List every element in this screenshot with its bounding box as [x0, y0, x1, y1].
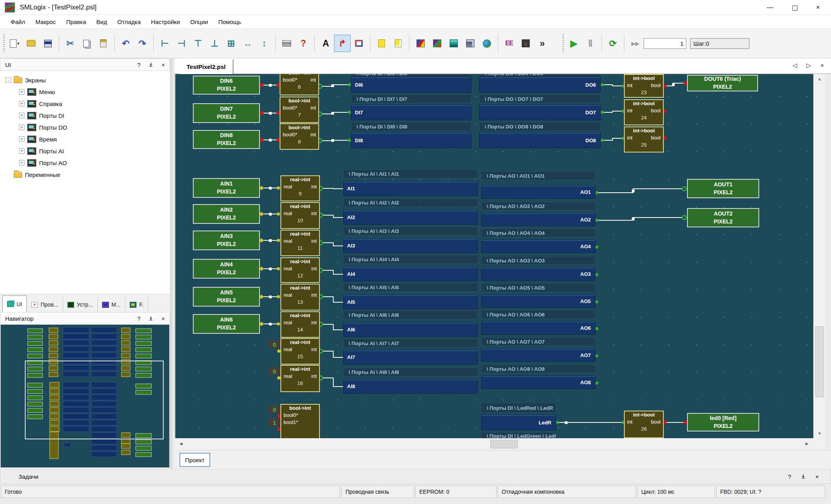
tree-item-ekrany[interactable]: -Экраны: [0, 74, 170, 86]
navigator-close-button[interactable]: ×: [161, 315, 165, 322]
conv-bool2[interactable]: bool->intbool0*bool1*: [280, 404, 320, 438]
tree-item-spravka[interactable]: +Справка: [0, 98, 170, 110]
cut-button[interactable]: ✂: [62, 35, 78, 52]
tree-item-vremya[interactable]: +Время: [0, 133, 170, 145]
tree-item-porty-do[interactable]: +Порты DO: [0, 121, 170, 133]
tree-expander-icon[interactable]: +: [19, 125, 24, 130]
tasks-close-button[interactable]: ×: [815, 473, 819, 480]
conv-15[interactable]: real->intrealint15: [280, 338, 320, 365]
conv-14[interactable]: real->intrealint14: [280, 311, 320, 338]
align-bottom-button[interactable]: ⊥: [206, 35, 223, 52]
help-button[interactable]: ?: [295, 35, 312, 52]
close-button[interactable]: ×: [816, 4, 820, 11]
block-led0[interactable]: led0 [Red]PIXEL2: [687, 413, 759, 431]
menu-debug[interactable]: Отладка: [112, 17, 146, 27]
port-row-ai7[interactable]: AI7: [343, 350, 478, 365]
maximize-button[interactable]: ▢: [792, 4, 798, 12]
block-aout2[interactable]: AOUT2PIXEL2: [687, 208, 759, 227]
fast-forward-button[interactable]: ▶▶: [627, 35, 644, 52]
undo-button[interactable]: ↶: [118, 35, 134, 52]
save-button[interactable]: [39, 35, 56, 52]
block-ain4[interactable]: AIN4PIXEL2: [193, 259, 260, 279]
add-page-button[interactable]: [373, 35, 390, 52]
eeprom-button[interactable]: EE: [501, 35, 517, 52]
conv-12[interactable]: real->intrealint12: [280, 257, 320, 283]
port-row-di7[interactable]: DI7: [351, 104, 471, 120]
load-firmware-button[interactable]: ↓: [517, 35, 534, 52]
menu-settings[interactable]: Настройки: [146, 17, 185, 27]
block-din7[interactable]: DIN7PIXEL2: [193, 103, 260, 123]
port-row-ao7[interactable]: AO7: [481, 348, 596, 362]
conv-16[interactable]: real->intrealint16: [280, 365, 320, 392]
tree-item-porty-ai[interactable]: +Порты AI: [0, 145, 170, 157]
menu-help[interactable]: Помощь: [213, 17, 246, 27]
tree-item-porty-di[interactable]: +Порты DI: [0, 110, 170, 121]
text-tool-button[interactable]: A: [317, 35, 334, 52]
port-row-do6[interactable]: DO6: [479, 77, 601, 93]
insert-page-button[interactable]: [390, 35, 406, 52]
minimize-button[interactable]: —: [767, 4, 773, 11]
port-row-ai4[interactable]: AI4: [343, 267, 478, 281]
conv-24[interactable]: int->boolintbool24: [624, 99, 664, 125]
align-top-button[interactable]: ⊤: [190, 35, 206, 52]
conv-6[interactable]: bool->intbool0*int6: [280, 74, 319, 95]
toolbar-grip[interactable]: [562, 34, 564, 52]
port-row-ai1[interactable]: AI1: [343, 181, 478, 196]
conv-26[interactable]: int->boolintbool26: [624, 411, 664, 438]
tree-expander-icon[interactable]: +: [19, 136, 24, 142]
block-ain6[interactable]: AIN6PIXEL2: [193, 314, 260, 334]
tree-item-porty-ao[interactable]: +Порты AO: [0, 157, 170, 169]
menu-edit[interactable]: Правка: [61, 17, 92, 27]
vertical-scroll-thumb[interactable]: [815, 326, 824, 397]
ui-panel-close-button[interactable]: ×: [161, 61, 165, 68]
menu-macro[interactable]: Макрос: [30, 17, 61, 27]
same-width-button[interactable]: ↔: [239, 35, 256, 52]
print-button[interactable]: [278, 35, 295, 52]
doc-scroll-right-button[interactable]: ▷: [807, 62, 811, 69]
device-button[interactable]: [445, 35, 462, 52]
new-button[interactable]: ▾: [6, 35, 23, 52]
same-size-button[interactable]: ⊞: [223, 35, 239, 52]
step-button[interactable]: ⟳: [605, 35, 621, 52]
conv-23[interactable]: int->boolintbool23: [624, 74, 664, 98]
image-button[interactable]: [462, 35, 478, 52]
horizontal-scroll-thumb[interactable]: [490, 440, 518, 448]
open-button[interactable]: [23, 35, 39, 52]
tree-expander-icon[interactable]: +: [19, 101, 24, 106]
navigator-pin-button[interactable]: Ŧ: [149, 315, 153, 322]
block-ain2[interactable]: AIN2PIXEL2: [193, 204, 260, 224]
port-row-di6[interactable]: DI6: [351, 77, 471, 93]
tree-item-peremennye[interactable]: Переменные: [0, 169, 170, 180]
port-row-do7[interactable]: DO7: [479, 104, 601, 120]
run-button[interactable]: ▶: [566, 35, 582, 52]
port-row-ao1[interactable]: AO1: [481, 185, 596, 199]
block-aout1[interactable]: AOUT1PIXEL2: [687, 179, 759, 198]
port-row-ai2[interactable]: AI2: [343, 210, 478, 225]
port-row-di8[interactable]: DI8: [351, 132, 471, 148]
menu-file[interactable]: Файл: [6, 17, 30, 27]
doc-close-button[interactable]: ×: [820, 62, 824, 69]
port-row-ai5[interactable]: AI5: [343, 295, 478, 309]
conv-8[interactable]: bool->intbool0*int8: [280, 123, 319, 150]
navigator-help-button[interactable]: ?: [137, 315, 140, 322]
pause-button[interactable]: Ⅱ: [582, 35, 599, 52]
project-tab[interactable]: Проект: [179, 453, 210, 467]
port-row-ai8[interactable]: AI8: [343, 379, 478, 394]
tree-expander-icon[interactable]: +: [19, 89, 24, 95]
vertical-scrollbar[interactable]: ▲ ▼: [813, 74, 825, 438]
globe-button[interactable]: [478, 35, 495, 52]
tasks-help-button[interactable]: ?: [788, 473, 791, 480]
sidetab-makrosy[interactable]: M...: [98, 297, 125, 312]
scroll-up-icon[interactable]: ▲: [814, 76, 825, 81]
tree-expander-icon[interactable]: +: [19, 160, 24, 166]
wire-tool-button[interactable]: ↱: [334, 35, 351, 52]
scroll-left-icon[interactable]: ◄: [179, 441, 183, 446]
horizontal-scrollbar[interactable]: ◄ ►: [175, 438, 813, 450]
align-left-button[interactable]: ⊢: [157, 35, 173, 52]
port-row-ao3[interactable]: AO3: [481, 267, 596, 281]
block-din8[interactable]: DIN8PIXEL2: [193, 130, 260, 149]
tasks-pin-button[interactable]: Ŧ: [801, 473, 805, 480]
port-row-ao8[interactable]: AO8: [481, 376, 596, 389]
sidetab-provodnik[interactable]: ↗Пров...: [27, 297, 63, 312]
block-ain3[interactable]: AIN3PIXEL2: [193, 231, 260, 250]
